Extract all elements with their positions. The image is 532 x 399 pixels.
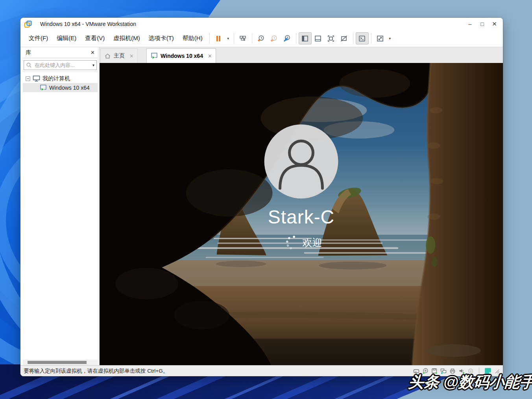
tab-close-icon[interactable]: ✕	[129, 53, 134, 59]
menu-vm[interactable]: 虚拟机(M)	[109, 30, 144, 47]
home-icon	[104, 53, 111, 59]
search-input[interactable]	[34, 62, 91, 68]
tab-home[interactable]: 主页 ✕	[100, 48, 138, 63]
vm-icon	[39, 84, 47, 91]
welcome-text: 欢迎	[303, 237, 322, 248]
tree-item-my-computer[interactable]: 我的计算机	[23, 74, 98, 83]
manage-snapshots-icon	[283, 35, 291, 42]
menu-view[interactable]: 查看(V)	[81, 30, 109, 47]
enlarge-screen-button[interactable]	[374, 32, 387, 44]
menu-tabs[interactable]: 选项卡(T)	[144, 30, 178, 47]
maximize-button[interactable]: □	[476, 18, 488, 30]
main-area: 库 ✕ ▾	[20, 47, 503, 365]
title-bar[interactable]: Windows 10 x64 - VMware Workstation – □ …	[20, 18, 503, 30]
library-panel-icon	[301, 35, 309, 42]
tab-label: 主页	[114, 52, 125, 59]
tree-item-label: Windows 10 x64	[49, 85, 90, 91]
tab-strip: 主页 ✕ Windows 10 x64 ✕	[100, 47, 503, 63]
pause-icon	[214, 35, 222, 42]
unity-mode-icon	[340, 35, 348, 42]
scrollbar-thumb[interactable]	[28, 361, 87, 364]
status-message: 要将输入定向到该虚拟机，请在虚拟机内部单击或按 Ctrl+G。	[24, 368, 168, 375]
vmware-logo-icon	[24, 20, 32, 28]
show-library-button[interactable]	[299, 32, 312, 44]
library-close-button[interactable]: ✕	[91, 50, 95, 55]
tab-close-icon[interactable]: ✕	[208, 53, 212, 59]
thumbnail-bar-icon	[314, 35, 322, 42]
toolbar-separator	[234, 33, 234, 44]
take-snapshot-icon	[257, 35, 265, 42]
tab-label: Windows 10 x64	[161, 53, 203, 59]
revert-snapshot-icon	[270, 35, 278, 42]
library-header: 库 ✕	[23, 47, 98, 58]
toolbar-separator	[252, 33, 252, 44]
fit-guest-icon	[327, 35, 335, 42]
menu-toolbar-row: 文件(F) 编辑(E) 查看(V) 虚拟机(M) 选项卡(T) 帮助(H) ▾	[20, 30, 503, 47]
toolbar-separator	[371, 33, 371, 44]
menu-edit[interactable]: 编辑(E)	[52, 30, 81, 47]
show-thumbnail-bar-button[interactable]	[312, 32, 325, 44]
take-snapshot-button[interactable]	[255, 32, 268, 44]
logged-in-username: Stark-C	[268, 206, 334, 227]
vm-console-screen[interactable]: Stark-C 欢迎	[100, 63, 503, 365]
desktop: Windows 10 x64 - VMware Workstation – □ …	[0, 0, 532, 399]
watermark-text: 头条 @数码小能手	[408, 371, 532, 393]
menu-file[interactable]: 文件(F)	[24, 30, 52, 47]
content-area: 主页 ✕ Windows 10 x64 ✕	[100, 47, 503, 365]
unity-mode-button[interactable]	[338, 32, 351, 44]
toolbar-separator	[353, 33, 353, 44]
toolbar-separator	[209, 33, 210, 44]
stretch-screen-icon	[376, 35, 384, 42]
console-view-button[interactable]	[356, 32, 369, 44]
suspend-menu-button[interactable]: ▾	[225, 33, 231, 44]
enlarge-menu-button[interactable]: ▾	[387, 33, 393, 44]
tree-item-label: 我的计算机	[42, 75, 70, 82]
ctrl-alt-del-icon	[239, 35, 247, 42]
revert-snapshot-button[interactable]	[268, 32, 281, 44]
tab-windows-10-x64[interactable]: Windows 10 x64 ✕	[146, 48, 216, 63]
minimize-button[interactable]: –	[464, 18, 476, 30]
user-avatar[interactable]	[264, 124, 338, 198]
toolbar-separator	[296, 33, 296, 44]
search-dropdown-caret-icon[interactable]: ▾	[92, 63, 94, 67]
suspend-button[interactable]	[212, 32, 225, 44]
manage-snapshots-button[interactable]	[281, 32, 294, 44]
library-title: 库	[26, 49, 31, 56]
window-title: Windows 10 x64 - VMware Workstation	[40, 21, 136, 27]
search-icon	[26, 62, 32, 68]
windows10-login-screen: Stark-C 欢迎	[100, 63, 503, 365]
console-icon	[358, 35, 366, 42]
computer-icon	[33, 75, 40, 82]
sidebar-horizontal-scrollbar[interactable]	[23, 360, 98, 365]
vm-icon	[150, 52, 158, 59]
library-search-box[interactable]: ▾	[24, 60, 97, 70]
collapse-expander-icon[interactable]	[26, 76, 30, 81]
send-ctrl-alt-del-button[interactable]	[236, 32, 249, 44]
tree-item-windows-10-x64[interactable]: Windows 10 x64	[23, 83, 98, 92]
library-sidebar: 库 ✕ ▾	[23, 47, 98, 365]
menu-help[interactable]: 帮助(H)	[178, 30, 207, 47]
fit-guest-button[interactable]	[325, 32, 338, 44]
vmware-workstation-window: Windows 10 x64 - VMware Workstation – □ …	[20, 18, 503, 376]
library-tree: 我的计算机 Windows 10 x64	[23, 72, 98, 360]
close-button[interactable]: ✕	[488, 18, 501, 30]
